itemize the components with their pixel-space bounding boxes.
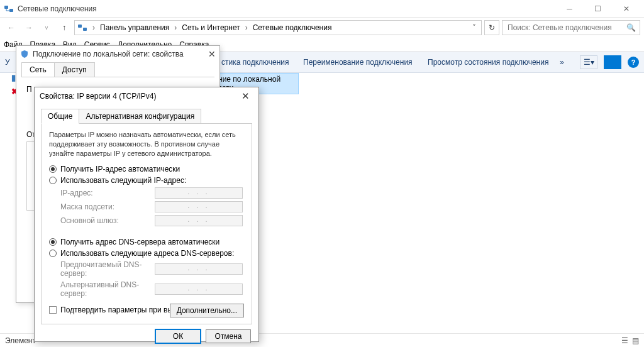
svg-rect-1: [9, 9, 13, 12]
view-toggle-1[interactable]: ☰▾: [580, 55, 597, 69]
radio-icon: [49, 238, 57, 246]
gateway-label: Основной шлюз:: [60, 216, 155, 225]
svg-rect-3: [83, 28, 87, 31]
view-list-icon[interactable]: ☰: [621, 336, 628, 345]
dialog-titlebar[interactable]: Свойства: IP версии 4 (TCP/IPv4) ✕: [35, 87, 258, 105]
cmd-status[interactable]: Просмотр состояния подключения: [428, 58, 548, 67]
ip-address-label: IP-адрес:: [60, 189, 155, 197]
tab-network[interactable]: Сеть: [21, 62, 55, 77]
dialog-title: Подключение по локальной сети: свойства: [33, 50, 184, 58]
svg-rect-2: [78, 25, 82, 28]
network-icon: [77, 23, 87, 33]
subnet-mask-input: . . .: [155, 201, 243, 212]
description-text: Параметры IP можно назначать автоматичес…: [49, 130, 244, 158]
dns-alt-input: . . .: [155, 284, 243, 295]
breadcrumb-item[interactable]: Сеть и Интернет: [179, 22, 242, 33]
recent-dropdown[interactable]: v: [39, 20, 54, 35]
view-details-icon[interactable]: ▤: [632, 336, 639, 345]
breadcrumb-expand[interactable]: ˅: [470, 23, 479, 32]
up-button[interactable]: ↑: [57, 20, 72, 35]
tab-alt-config[interactable]: Альтернативная конфигурация: [79, 109, 201, 124]
search-box[interactable]: 🔍: [502, 20, 640, 35]
back-button[interactable]: ←: [4, 20, 19, 35]
breadcrumb-item[interactable]: Панель управления: [97, 22, 172, 33]
tab-access[interactable]: Доступ: [54, 62, 95, 77]
radio-icon: [49, 250, 57, 257]
view-toggle-2[interactable]: [604, 55, 621, 69]
radio-ip-auto[interactable]: Получить IP-адрес автоматически: [49, 165, 244, 174]
checkbox-icon: [49, 306, 57, 314]
minimize-button[interactable]: ─: [555, 0, 584, 18]
dialog-title: Свойства: IP версии 4 (TCP/IPv4): [40, 92, 157, 101]
ipv4-properties-dialog: Свойства: IP версии 4 (TCP/IPv4) ✕ Общие…: [34, 87, 259, 342]
search-input[interactable]: [506, 23, 626, 33]
dialog-titlebar[interactable]: Подключение по локальной сети: свойства …: [16, 46, 219, 62]
breadcrumb-item[interactable]: Сетевые подключения: [250, 22, 335, 33]
cmd-rename[interactable]: Переименование подключения: [303, 58, 413, 67]
svg-rect-0: [4, 6, 8, 9]
ip-address-input: . . .: [155, 187, 243, 199]
subnet-mask-label: Маска подсети:: [60, 202, 155, 211]
maximize-button[interactable]: ☐: [584, 0, 612, 18]
help-icon[interactable]: ?: [628, 57, 639, 68]
cmd-organize[interactable]: У: [5, 58, 10, 67]
dns-pref-input: . . .: [155, 263, 243, 275]
dns-pref-label: Предпочитаемый DNS-сервер:: [60, 260, 155, 278]
close-icon[interactable]: ✕: [208, 49, 216, 59]
advanced-button[interactable]: Дополнительно...: [170, 304, 244, 317]
cmd-overflow[interactable]: »: [560, 58, 564, 67]
address-bar: ← → v ↑ › Панель управления › Сеть и Инт…: [0, 18, 644, 38]
chevron-right-icon: ›: [91, 23, 96, 32]
radio-ip-manual[interactable]: Использовать следующий IP-адрес:: [49, 176, 244, 185]
close-icon[interactable]: ✕: [238, 91, 253, 102]
refresh-button[interactable]: ↻: [484, 20, 499, 35]
general-panel: Параметры IP можно назначать автоматичес…: [41, 123, 252, 324]
window-title: Сетевые подключения: [18, 4, 555, 13]
breadcrumb[interactable]: › Панель управления › Сеть и Интернет › …: [74, 20, 482, 35]
radio-icon: [49, 165, 57, 173]
network-icon: [4, 4, 14, 14]
dns-alt-label: Альтернативный DNS-сервер:: [60, 280, 155, 298]
gateway-input: . . .: [155, 215, 243, 226]
cancel-button[interactable]: Отмена: [206, 329, 251, 343]
cmd-diagnose[interactable]: стика подключения: [221, 58, 289, 67]
radio-icon: [49, 177, 57, 184]
window-titlebar: Сетевые подключения ─ ☐ ✕: [0, 0, 644, 18]
tab-general[interactable]: Общие: [41, 109, 79, 124]
shield-icon: [20, 50, 29, 58]
status-text: Элемент: [5, 336, 36, 345]
search-icon[interactable]: 🔍: [626, 23, 636, 32]
close-button[interactable]: ✕: [612, 0, 640, 18]
ok-button[interactable]: ОК: [155, 329, 201, 343]
radio-dns-manual[interactable]: Использовать следующие адреса DNS-сервер…: [49, 249, 244, 258]
radio-dns-auto[interactable]: Получить адрес DNS-сервера автоматически: [49, 238, 244, 246]
chevron-right-icon: ›: [244, 23, 249, 32]
forward-button[interactable]: →: [21, 20, 36, 35]
chevron-right-icon: ›: [173, 23, 178, 32]
